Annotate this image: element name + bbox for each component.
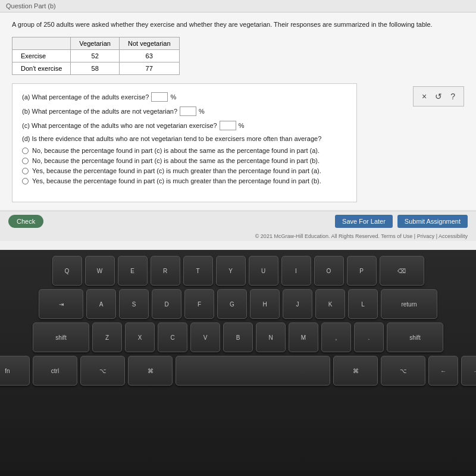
answer-a-input[interactable] (151, 92, 168, 102)
key-w[interactable]: W (85, 256, 115, 286)
bottom-bar: Check Save For Later Submit Assignment (0, 211, 476, 231)
key-z[interactable]: Z (92, 322, 122, 352)
key-h[interactable]: H (250, 289, 280, 319)
table-cell-exercise-notveg: 63 (119, 49, 179, 62)
key-cmd-right[interactable]: ⌘ (333, 356, 378, 386)
radio-option-1[interactable]: No, because the percentage found in part… (22, 157, 347, 164)
key-m[interactable]: M (289, 322, 318, 352)
questions-wrapper: (a) What percentage of the adults exerci… (12, 83, 464, 202)
key-c[interactable]: C (158, 322, 187, 352)
key-ctrl[interactable]: ctrl (33, 356, 77, 386)
question-b-suffix: % (199, 108, 205, 115)
key-o[interactable]: O (314, 256, 344, 286)
question-b-text: (b) What percentage of the adults are no… (22, 108, 177, 115)
key-e[interactable]: E (118, 256, 148, 286)
table-header-vegetarian: Vegetarian (71, 37, 120, 49)
answer-c-input[interactable] (220, 121, 236, 130)
radio-label-3: Yes, because the percentage found in par… (32, 177, 321, 184)
question-c-text: (c) What percentage of the adults who ar… (22, 122, 217, 129)
top-bar-label: Question Part (b) (6, 2, 56, 10)
table-header-empty (12, 37, 71, 49)
key-x[interactable]: X (125, 322, 155, 352)
data-table: Vegetarian Not vegetarian Exercise 52 63… (12, 37, 180, 75)
answer-b-input[interactable] (180, 107, 196, 116)
table-row: Don't exercise 58 77 (12, 62, 180, 74)
keyboard-row-4: fn ctrl ⌥ ⌘ ⌘ ⌥ ← → (12, 356, 464, 386)
key-s[interactable]: S (119, 289, 149, 319)
radio-circle-0 (22, 148, 29, 154)
question-a-suffix: % (170, 93, 176, 101)
key-tab[interactable]: ⇥ (39, 289, 83, 319)
keyboard-row-1: Q W E R T Y U I O P ⌫ (12, 256, 464, 286)
questions-panel: (a) What percentage of the adults exerci… (12, 83, 357, 202)
table-row: Exercise 52 63 (12, 49, 180, 62)
key-b[interactable]: B (223, 322, 253, 352)
key-i[interactable]: I (281, 256, 311, 286)
content-area: A group of 250 adults were asked whether… (0, 12, 476, 209)
key-j[interactable]: J (283, 289, 312, 319)
question-c: (c) What percentage of the adults who ar… (22, 121, 347, 130)
key-a[interactable]: A (86, 289, 116, 319)
footer-text: © 2021 McGraw-Hill Education. All Rights… (255, 233, 468, 239)
question-a-text: (a) What percentage of the adults exerci… (22, 93, 149, 101)
key-y[interactable]: Y (216, 256, 246, 286)
question-d-label: (d) Is there evidence that adults who ar… (22, 135, 347, 142)
key-d[interactable]: D (152, 289, 181, 319)
key-v[interactable]: V (190, 322, 220, 352)
submit-assignment-button[interactable]: Submit Assignment (397, 215, 468, 228)
key-shift-left[interactable]: shift (33, 322, 89, 352)
close-icon[interactable]: × (422, 92, 427, 101)
key-comma[interactable]: , (321, 322, 351, 352)
screen-content: Question Part (b) A group of 250 adults … (0, 0, 476, 250)
help-icon[interactable]: ? (450, 92, 455, 101)
key-r[interactable]: R (151, 256, 180, 286)
key-k[interactable]: K (315, 289, 345, 319)
keyboard-row-3: shift Z X C V B N M , . shift (12, 322, 464, 352)
key-g[interactable]: G (217, 289, 247, 319)
table-cell-exercise-veg: 52 (71, 49, 120, 62)
top-bar: Question Part (b) (0, 0, 476, 12)
radio-label-1: No, because the percentage found in part… (32, 157, 320, 164)
key-u[interactable]: U (249, 256, 278, 286)
radio-group: No, because the percentage found in part… (22, 147, 347, 184)
key-l[interactable]: L (348, 289, 378, 319)
keyboard-row-2: ⇥ A S D F G H J K L return (12, 289, 464, 319)
radio-label-2: Yes, because the percentage found in par… (32, 167, 321, 174)
table-cell-noexercise-veg: 58 (71, 62, 120, 74)
key-arrow-right[interactable]: → (461, 356, 476, 386)
radio-circle-3 (22, 178, 29, 184)
key-alt-right[interactable]: ⌥ (381, 356, 425, 386)
question-a: (a) What percentage of the adults exerci… (22, 92, 347, 102)
key-return[interactable]: return (381, 289, 437, 319)
key-arrow-left[interactable]: ← (428, 356, 458, 386)
save-later-button[interactable]: Save For Later (335, 215, 393, 228)
key-t[interactable]: T (183, 256, 213, 286)
key-fn[interactable]: fn (0, 356, 30, 386)
question-c-suffix: % (239, 122, 245, 129)
key-p[interactable]: P (347, 256, 377, 286)
key-shift-right[interactable]: shift (387, 322, 443, 352)
radio-option-0[interactable]: No, because the percentage found in part… (22, 147, 347, 154)
key-f[interactable]: F (184, 289, 214, 319)
right-buttons: Save For Later Submit Assignment (335, 215, 468, 228)
undo-icon[interactable]: ↺ (435, 92, 442, 101)
radio-option-3[interactable]: Yes, because the percentage found in par… (22, 177, 347, 184)
keyboard: Q W E R T Y U I O P ⌫ ⇥ A S D F G H J K … (0, 250, 476, 476)
key-n[interactable]: N (256, 322, 286, 352)
key-cmd-left[interactable]: ⌘ (128, 356, 173, 386)
table-cell-noexercise-notveg: 77 (119, 62, 179, 74)
table-cell-noexercise-label: Don't exercise (12, 62, 71, 74)
intro-text: A group of 250 adults were asked whether… (12, 20, 464, 30)
key-backspace[interactable]: ⌫ (380, 256, 424, 286)
question-d-text: (d) Is there evidence that adults who ar… (22, 135, 321, 142)
footer: © 2021 McGraw-Hill Education. All Rights… (0, 231, 476, 241)
question-b: (b) What percentage of the adults are no… (22, 107, 347, 116)
radio-label-0: No, because the percentage found in part… (32, 147, 320, 154)
key-period[interactable]: . (354, 322, 384, 352)
check-button[interactable]: Check (8, 215, 43, 228)
radio-option-2[interactable]: Yes, because the percentage found in par… (22, 167, 347, 174)
key-space[interactable] (176, 356, 330, 386)
radio-circle-2 (22, 168, 29, 174)
key-q[interactable]: Q (52, 256, 82, 286)
key-alt-left[interactable]: ⌥ (80, 356, 125, 386)
